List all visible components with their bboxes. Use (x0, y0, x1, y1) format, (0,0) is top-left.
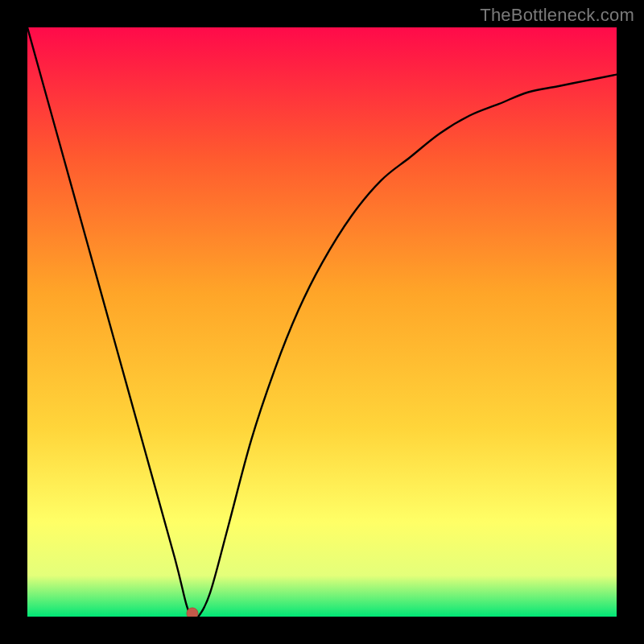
plot-area (27, 27, 617, 617)
chart-frame: TheBottleneck.com (0, 0, 644, 644)
gradient-background (27, 27, 617, 617)
chart-svg (27, 27, 617, 617)
optimal-point-marker (187, 608, 198, 617)
watermark-text: TheBottleneck.com (480, 5, 634, 26)
